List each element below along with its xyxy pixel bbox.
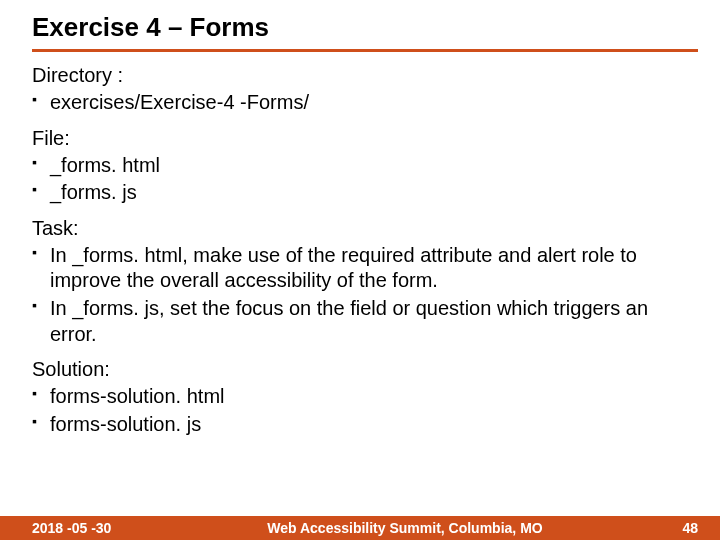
list-item: forms-solution. html bbox=[50, 383, 680, 411]
slide-title: Exercise 4 – Forms bbox=[0, 0, 720, 49]
footer-date: 2018 -05 -30 bbox=[0, 520, 172, 536]
slide: Exercise 4 – Forms Directory : exercises… bbox=[0, 0, 720, 540]
footer-venue: Web Accessibility Summit, Columbia, MO bbox=[172, 520, 638, 536]
solution-list: forms-solution. html forms-solution. js bbox=[32, 383, 680, 438]
slide-content: Directory : exercises/Exercise-4 -Forms/… bbox=[0, 52, 720, 438]
directory-label: Directory : bbox=[32, 64, 680, 87]
footer-bar: 2018 -05 -30 Web Accessibility Summit, C… bbox=[0, 516, 720, 540]
directory-list: exercises/Exercise-4 -Forms/ bbox=[32, 89, 680, 117]
file-label: File: bbox=[32, 127, 680, 150]
list-item: In _forms. html, make use of the require… bbox=[50, 242, 680, 295]
list-item: exercises/Exercise-4 -Forms/ bbox=[50, 89, 680, 117]
file-list: _forms. html _forms. js bbox=[32, 152, 680, 207]
task-list: In _forms. html, make use of the require… bbox=[32, 242, 680, 348]
task-label: Task: bbox=[32, 217, 680, 240]
list-item: _forms. html bbox=[50, 152, 680, 180]
list-item: In _forms. js, set the focus on the fiel… bbox=[50, 295, 680, 348]
list-item: forms-solution. js bbox=[50, 411, 680, 439]
footer-page-number: 48 bbox=[638, 520, 720, 536]
solution-label: Solution: bbox=[32, 358, 680, 381]
list-item: _forms. js bbox=[50, 179, 680, 207]
